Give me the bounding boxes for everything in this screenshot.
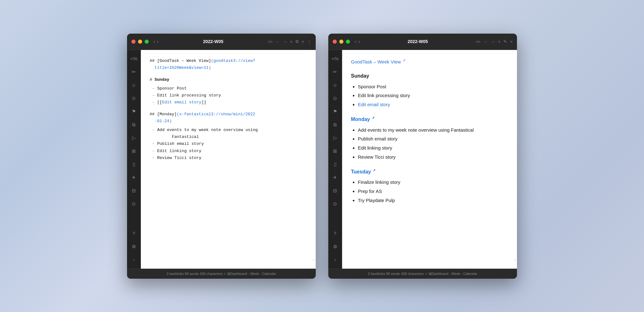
more-icon-left[interactable]: ⋮ — [307, 39, 311, 44]
arrow-left-icon-left[interactable]: ← — [276, 39, 280, 44]
wikilink-brackets-close: ]] — [201, 99, 206, 106]
sidebar-r-pencil-icon[interactable]: ✏ — [330, 67, 340, 77]
h2-marker: ## — [150, 58, 157, 63]
goodtask-link-text: GoodTask – Week View — [351, 59, 401, 64]
tuesday-list: Finalize linking story Prep for AS Try P… — [351, 178, 508, 204]
content-left: ## [GoodTask – Week View](goodtask3://vi… — [141, 50, 316, 269]
sidebar-copy2-icon[interactable]: ⧉ — [129, 120, 139, 130]
monday-heading-raw: ## [Monday](x-fantastical3://show/mini/2… — [150, 111, 307, 125]
maximize-button-right[interactable] — [346, 40, 350, 44]
sunday-item-3: Edit email story — [358, 101, 508, 109]
minimize-button-right[interactable] — [339, 40, 343, 44]
edit-linking-raw: Edit linking story — [157, 148, 201, 155]
close-icon-left[interactable]: × — [290, 39, 293, 44]
monday-list: Add events to my week note overview usin… — [351, 126, 508, 161]
monday-link[interactable]: Monday ↗ — [351, 117, 375, 122]
sidebar-search-icon[interactable]: ⊙ — [129, 93, 139, 103]
sidebar-r-person-icon[interactable]: ⊙ — [330, 199, 340, 209]
sidebar-play-icon[interactable]: ▷ — [129, 133, 139, 143]
back-button-left[interactable]: ‹ — [154, 39, 155, 44]
titlebar-left: ‹ › 2022-W05 <> ← → × ⧉ × ⋮ — [127, 34, 316, 50]
edit-link-story: Edit link processing story — [358, 93, 410, 98]
arrow-right-icon-right[interactable]: → — [491, 39, 495, 44]
monday-item-2-raw: – Publish email story — [152, 140, 307, 147]
sidebar-r-emoji-icon[interactable]: ☺ — [330, 80, 340, 90]
sidebar-r-search-icon[interactable]: ⊙ — [330, 93, 340, 103]
sponsor-post-raw: Sponsor Post — [157, 85, 187, 92]
monday-item-1: Add events to my week note overview usin… — [358, 126, 508, 134]
edit-icon-right[interactable]: ✎ — [503, 39, 507, 44]
sidebar-r-collapse-icon[interactable]: › — [330, 255, 340, 265]
code-icon-left[interactable]: <> — [268, 39, 273, 44]
close-button-left[interactable] — [131, 40, 136, 44]
sidebar-flag-icon[interactable]: ⚑ — [129, 107, 139, 117]
tuesday-link[interactable]: Tuesday ↗ — [351, 169, 375, 174]
monday-text-raw: Monday — [159, 112, 174, 117]
arrow-right-icon-left[interactable]: → — [283, 39, 287, 44]
close2-icon-left[interactable]: × — [302, 39, 304, 44]
tuesday-item-1: Finalize linking story — [358, 178, 508, 186]
sidebar-r-grid-icon[interactable]: ⊞ — [330, 146, 340, 156]
sidebar-pencil-icon[interactable]: ✏ — [129, 67, 139, 77]
edit-email-story-link[interactable]: Edit email story — [358, 102, 390, 107]
sidebar-grid-icon[interactable]: ⊞ — [129, 146, 139, 156]
sunday-heading-raw: # Sunday — [150, 76, 307, 83]
close-button-right[interactable] — [333, 40, 337, 44]
sidebar-settings-icon[interactable]: ⚙ — [129, 242, 139, 252]
sidebar-r-settings-icon[interactable]: ⚙ — [330, 242, 340, 252]
back-button-right[interactable]: ‹ — [355, 39, 357, 44]
tuesday-ext-icon: ↗ — [373, 168, 375, 172]
goodtask-section: ## [GoodTask – Week View](goodtask3://vi… — [150, 57, 307, 71]
goodtask-text: GoodTask – Week View — [159, 58, 208, 63]
monday-item-2: Publish email story — [358, 135, 508, 143]
edit-email-wikilink[interactable]: Edit email story — [162, 99, 201, 106]
nav-arrows-right: ‹ › — [355, 39, 360, 44]
window-body-right: <% ✏ ☺ ⊙ ⚑ ⧉ ▷ ⊞ ▯ ✈ ⊟ ⊙ ? ⚙ › GoodTask … — [328, 50, 517, 269]
window-title-right: 2022-W05 — [360, 39, 475, 44]
sunday-section-rendered: Sunday Sponsor Post Edit link processing… — [351, 72, 508, 109]
arrow-left-icon-right[interactable]: ← — [484, 39, 488, 44]
sponsor-post: Sponsor Post — [358, 84, 386, 89]
nav-arrows-left: ‹ › — [154, 39, 158, 44]
tuesday-section-rendered: Tuesday ↗ Finalize linking story Prep fo… — [351, 167, 508, 205]
sidebar-panel-icon[interactable]: ▯ — [129, 159, 139, 169]
sidebar-r-copy-icon[interactable]: ⧉ — [330, 120, 340, 130]
window-body-left: <% ✏ ☺ ⊙ ⚑ ⧉ ▷ ⊞ ▯ ✈ ⊟ ⊙ ? ⚙ › ## [GoodT… — [127, 50, 316, 269]
sidebar-help-icon[interactable]: ? — [129, 228, 139, 238]
sidebar-cal-icon[interactable]: ⊟ — [129, 186, 139, 196]
publish-email-raw: Publish email story — [157, 140, 204, 147]
sidebar-r-cal-icon[interactable]: ⊟ — [330, 186, 340, 196]
code-icon-right[interactable]: <> — [476, 39, 480, 44]
monday-item-1-raw: – Add events to my week note overview us… — [152, 127, 307, 140]
sidebar-collapse-icon[interactable]: › — [129, 255, 139, 265]
sidebar-r-percent-icon[interactable]: <% — [330, 54, 340, 64]
monday-item-4: Review Ticci story — [358, 153, 508, 161]
sunday-list: Sponsor Post Edit link processing story … — [351, 83, 508, 109]
edit-link-raw: Edit link processing story — [157, 92, 221, 99]
titlebar-right: ‹ › 2022-W05 <> ← → × ✎ × — [328, 34, 517, 50]
sidebar-percent-icon[interactable]: <% — [129, 54, 139, 64]
bracket-close: ] — [208, 58, 211, 63]
goodtask-link-rendered[interactable]: GoodTask – Week View ↗ — [351, 59, 405, 64]
goodtask-section-rendered: GoodTask – Week View ↗ — [351, 57, 508, 66]
sidebar-r-panel-icon[interactable]: ▯ — [330, 159, 340, 169]
sidebar-send-icon[interactable]: ✈ — [129, 172, 139, 183]
sidebar-person-icon[interactable]: ⊙ — [129, 199, 139, 209]
sidebar-r-flag-icon[interactable]: ⚑ — [330, 107, 340, 117]
sidebar-r-play-icon[interactable]: ▷ — [330, 133, 340, 143]
sunday-item-1-raw: – Sponsor Post — [152, 85, 307, 92]
monday-heading-rendered: Monday ↗ — [351, 115, 508, 124]
tuesday-item-3: Try Playdate Pulp — [358, 197, 508, 205]
statusbar-text-left: 0 backlinks 68 words 436 characters ✓ ⊞D… — [167, 272, 276, 276]
close2-icon-right[interactable]: × — [510, 39, 513, 44]
sidebar-r-send-icon[interactable]: ✈ — [330, 172, 340, 183]
minimize-button-left[interactable] — [138, 40, 142, 44]
dash-1: – — [152, 85, 155, 92]
dash-2: – — [152, 92, 155, 99]
copy-icon-left[interactable]: ⧉ — [296, 39, 298, 44]
sidebar-emoji-icon[interactable]: ☺ — [129, 80, 139, 90]
sidebar-r-help-icon[interactable]: ? — [330, 228, 340, 238]
close-icon-right[interactable]: × — [498, 39, 501, 44]
goodtask-line: ## [GoodTask – Week View](goodtask3://vi… — [150, 57, 307, 71]
maximize-button-left[interactable] — [145, 40, 149, 44]
